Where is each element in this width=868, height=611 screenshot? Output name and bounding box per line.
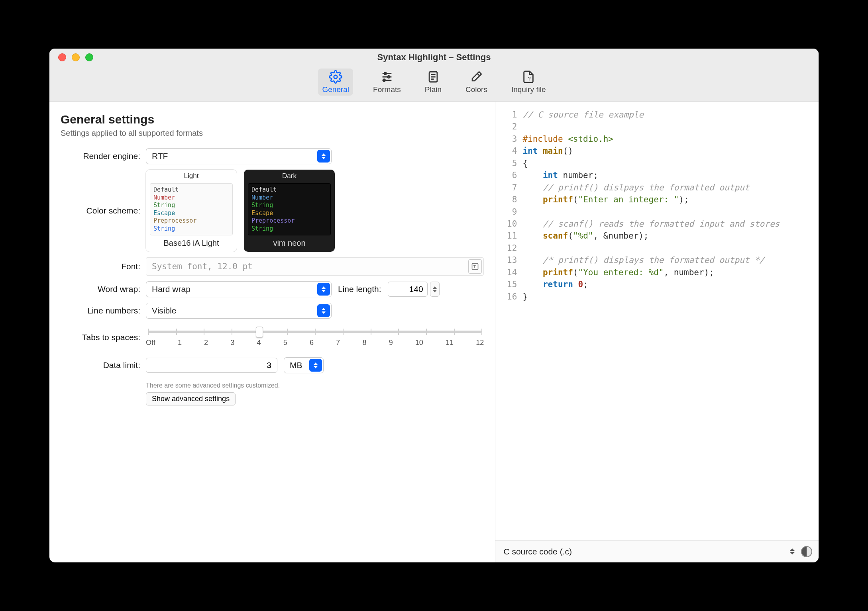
render-engine-label: Render engine:: [61, 151, 140, 161]
tab-colors[interactable]: Colors: [461, 69, 491, 96]
font-picker-glyph-icon: T: [471, 262, 479, 270]
code-content: printf("You entered: %d", number);: [522, 266, 714, 278]
tab-general[interactable]: General: [318, 69, 353, 96]
font-picker-icon[interactable]: T: [468, 259, 482, 274]
line-number: 8: [503, 194, 517, 206]
dropdown-arrows-icon: [317, 304, 330, 317]
code-line: 15 return 0;: [503, 278, 815, 290]
font-value: System font, 12.0 pt: [152, 262, 253, 271]
font-field[interactable]: System font, 12.0 pt T: [146, 257, 484, 276]
slider-tick: [481, 329, 482, 335]
line-number: 16: [503, 291, 517, 303]
tabs-to-spaces-label: Tabs to spaces:: [61, 333, 140, 342]
line-number: 14: [503, 266, 517, 278]
line-number: 10: [503, 218, 517, 230]
word-wrap-value: Hard wrap: [152, 284, 190, 294]
gear-icon: [329, 70, 342, 84]
line-numbers-value: Visible: [152, 306, 176, 315]
advanced-note: There are some advanced settings customi…: [146, 382, 484, 389]
svg-text:T: T: [473, 264, 476, 269]
tab-colors-label: Colors: [465, 85, 487, 94]
paintbrush-icon: [469, 70, 483, 84]
light-scheme-header: Light: [146, 170, 237, 182]
line-number: 7: [503, 182, 517, 194]
show-advanced-button[interactable]: Show advanced settings: [146, 392, 236, 405]
code-line: 2: [503, 121, 815, 133]
slider-tick: [454, 329, 455, 335]
line-number: 4: [503, 145, 517, 157]
line-numbers-label: Line numbers:: [61, 306, 140, 315]
code-line: 16}: [503, 291, 815, 303]
line-length-input[interactable]: [388, 282, 428, 297]
slider-tick-label: 9: [389, 339, 393, 347]
dark-scheme-sample: Default Number String Escape Preprocesso…: [248, 183, 331, 235]
slider-tick: [176, 329, 177, 335]
tabs-to-spaces-slider[interactable]: Off123456789101112: [146, 327, 484, 347]
line-number: 5: [503, 157, 517, 169]
color-scheme-light[interactable]: Light Default Number String Escape Prepr…: [146, 170, 237, 252]
code-line: 8 printf("Enter an integer: ");: [503, 194, 815, 206]
word-wrap-label: Word wrap:: [61, 284, 140, 294]
line-numbers-select[interactable]: Visible: [146, 303, 332, 319]
toolbar: General Formats Plain Colors ? Inquiry f…: [49, 66, 819, 101]
slider-tick-label: 12: [476, 339, 484, 347]
slider-tick-label: 3: [230, 339, 234, 347]
line-number: 11: [503, 230, 517, 242]
dark-scheme-name: vim neon: [244, 239, 335, 248]
dropdown-arrows-icon: [309, 359, 322, 372]
light-scheme-name: Base16 iA Light: [146, 239, 237, 248]
slider-tick-label: 1: [178, 339, 182, 347]
tab-general-label: General: [322, 85, 349, 94]
slider-thumb[interactable]: [256, 327, 263, 338]
color-scheme-label: Color scheme:: [61, 206, 140, 215]
file-question-icon: ?: [522, 70, 535, 84]
tab-plain[interactable]: Plain: [421, 69, 446, 96]
code-content: int number;: [522, 169, 598, 181]
document-icon: [426, 70, 440, 84]
word-wrap-select[interactable]: Hard wrap: [146, 281, 332, 297]
code-content: {: [522, 157, 528, 169]
data-limit-input[interactable]: [146, 358, 277, 373]
code-preview: 1// C source file example23#include <std…: [495, 102, 819, 540]
appearance-toggle-icon[interactable]: [801, 546, 812, 557]
code-line: 14 printf("You entered: %d", number);: [503, 266, 815, 278]
slider-tick: [287, 329, 288, 335]
tab-formats[interactable]: Formats: [369, 69, 405, 96]
code-line: 1// C source file example: [503, 109, 815, 121]
data-limit-label: Data limit:: [61, 360, 140, 370]
settings-panel: General settings Settings applied to all…: [49, 102, 495, 562]
preview-bottom-bar: C source code (.c): [495, 540, 819, 562]
line-length-stepper[interactable]: [430, 282, 440, 297]
slider-tick: [343, 329, 344, 335]
code-content: // scanf() reads the formatted input and…: [522, 218, 780, 230]
slider-tick-label: Off: [146, 339, 155, 347]
code-content: }: [522, 291, 528, 303]
preview-language-select[interactable]: C source code (.c): [503, 547, 790, 556]
code-line: 10 // scanf() reads the formatted input …: [503, 218, 815, 230]
slider-tick-label: 7: [336, 339, 340, 347]
slider-tick-label: 6: [310, 339, 314, 347]
page-title: General settings: [61, 113, 484, 126]
code-line: 9: [503, 206, 815, 218]
slider-tick-label: 8: [362, 339, 366, 347]
code-line: 6 int number;: [503, 169, 815, 181]
svg-point-0: [334, 75, 338, 79]
code-line: 11 scanf("%d", &number);: [503, 230, 815, 242]
code-line: 7 // printf() dislpays the formatted out…: [503, 182, 815, 194]
sliders-icon: [380, 70, 394, 84]
slider-tick-label: 2: [204, 339, 208, 347]
render-engine-select[interactable]: RTF: [146, 148, 332, 164]
data-limit-unit-select[interactable]: MB: [284, 357, 324, 373]
dark-scheme-header: Dark: [244, 170, 335, 182]
code-content: printf("Enter an integer: ");: [522, 194, 689, 206]
line-number: 12: [503, 242, 517, 254]
code-line: 3#include <stdio.h>: [503, 133, 815, 145]
titlebar: Syntax Highlight – Settings General Form…: [49, 49, 819, 102]
tab-formats-label: Formats: [373, 85, 401, 94]
settings-window: Syntax Highlight – Settings General Form…: [49, 49, 819, 562]
line-number: 13: [503, 254, 517, 266]
tab-inquiry-file[interactable]: ? Inquiry file: [507, 69, 550, 96]
color-scheme-dark[interactable]: Dark Default Number String Escape Prepro…: [244, 170, 335, 252]
tab-inquiry-label: Inquiry file: [511, 85, 546, 94]
slider-tick: [398, 329, 399, 335]
